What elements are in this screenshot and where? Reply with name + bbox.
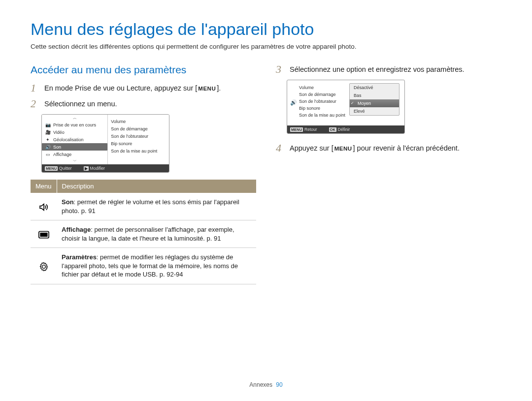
display-icon: ▭ [45, 152, 51, 157]
menu-item: 🎥Vidéo [42, 128, 107, 136]
step-text: En mode Prise de vue ou Lecture, appuyez… [44, 83, 221, 92]
sound-icon: 🔊 [290, 84, 297, 121]
footer-page-number: 90 [276, 381, 282, 388]
page-title: Menu des réglages de l'appareil photo [31, 20, 501, 39]
svg-rect-1 [40, 233, 47, 237]
step-1-post: ]. [217, 84, 221, 92]
submenu-item: Volume [111, 118, 166, 125]
step-4: 4 Appuyez sur [MENU] pour revenir à l'éc… [276, 143, 501, 154]
menu-item: 📷Prise de vue en cours [42, 121, 107, 128]
footer-hint-right: ▶Modifier [84, 166, 105, 171]
popup-option: Elevé [350, 107, 399, 115]
popup-option-label: Moyen [354, 101, 371, 106]
footer-hint-left: MENURetour [290, 127, 317, 132]
ok-key-icon: OK [329, 127, 336, 132]
menu-item-label: Vidéo [53, 130, 65, 135]
step-number: 3 [276, 64, 285, 75]
row-title: Affichage [62, 226, 91, 233]
menu-item-selected: 🔊Son [42, 143, 107, 151]
step-number: 2 [31, 98, 39, 109]
submenu-item: Bip sonore [111, 140, 166, 147]
table-header-menu: Menu [31, 180, 57, 193]
submenu-item: Son de la mise au point [111, 147, 166, 154]
menu-key: MENU [197, 85, 217, 92]
step-number: 4 [276, 143, 285, 154]
chevron-down-icon: ﹀ [42, 158, 107, 164]
footer-hint-text: Modifier [90, 166, 105, 171]
location-icon: ✦ [45, 137, 51, 142]
row-title: Paramètres [62, 253, 97, 261]
footer-hint-text: Définir [338, 127, 350, 132]
popup-option: Bas [350, 92, 399, 99]
step-1-pre: En mode Prise de vue ou Lecture, appuyez… [44, 84, 197, 92]
footer-hint-text: Quitter [59, 166, 72, 171]
menu-item-label: Son [53, 145, 61, 150]
camera-lcd-menu: ︿ 📷Prise de vue en cours 🎥Vidéo ✦Géoloca… [41, 114, 169, 173]
footer-hint-text: Retour [304, 127, 317, 132]
step-3: 3 Sélectionnez une option et enregistrez… [276, 64, 501, 75]
step-4-pre: Appuyez sur [ [290, 144, 333, 152]
step-2: 2 Sélectionnez un menu. [31, 98, 256, 109]
page-footer: Annexes 90 [0, 381, 532, 388]
popup-option-label: Elevé [354, 109, 365, 114]
menu-key-icon: MENU [290, 127, 303, 132]
menu-item-label: Géolocalisation [53, 137, 84, 142]
step-number: 1 [31, 83, 39, 93]
popup-option-selected: Moyen [350, 99, 399, 107]
menu-item: ▭Affichage [42, 151, 107, 158]
submenu-item: Son de l'obturateur [111, 132, 166, 140]
footer-hint-left: MENUQuitter [45, 166, 72, 171]
menu-key: MENU [333, 145, 353, 152]
step-text: Sélectionnez une option et enregistrez v… [290, 64, 465, 73]
popup-option-label: Bas [354, 93, 362, 98]
footer-hint-right: OKDéfinir [329, 127, 350, 132]
gear-icon [31, 248, 57, 284]
row-title: Son [62, 198, 74, 206]
popup-option: Désactivé [350, 84, 399, 92]
video-icon: 🎥 [45, 130, 51, 135]
table-header-description: Description [57, 180, 256, 193]
option-popup: Désactivé Bas Moyen Elevé [349, 83, 399, 116]
section-subtitle: Accéder au menu des paramètres [31, 64, 256, 76]
step-text: Sélectionnez un menu. [44, 98, 117, 108]
row-text: : permet de régler le volume et les sons… [62, 198, 239, 215]
chevron-up-icon: ︿ [42, 115, 107, 121]
table-row: Affichage: permet de personnaliser l'aff… [31, 220, 256, 248]
camera-lcd-option: 🔊 Volume Son de démarrage Son de l'obtur… [287, 80, 405, 134]
menu-item: ✦Géolocalisation [42, 136, 107, 143]
submenu-item: Son de démarrage [111, 125, 166, 132]
menu-key-icon: MENU [45, 166, 58, 171]
table-row: Son: permet de régler le volume et les s… [31, 193, 256, 220]
display-icon [31, 220, 57, 248]
popup-option-label: Désactivé [354, 85, 373, 90]
table-row: Paramètres: permet de modifier les régla… [31, 248, 256, 284]
step-text: Appuyez sur [MENU] pour revenir à l'écra… [290, 143, 460, 152]
intro-text: Cette section décrit les différentes opt… [31, 43, 501, 50]
menu-description-table: Menu Description Son: permet de régler l… [31, 180, 256, 284]
camera-icon: 📷 [45, 123, 51, 127]
step-4-post: ] pour revenir à l'écran précédent. [353, 144, 460, 152]
footer-section: Annexes [249, 381, 272, 388]
sound-icon: 🔊 [45, 145, 51, 150]
step-1: 1 En mode Prise de vue ou Lecture, appuy… [31, 83, 256, 93]
right-key-icon: ▶ [84, 166, 89, 171]
menu-item-label: Affichage [53, 152, 71, 157]
menu-item-label: Prise de vue en cours [53, 123, 96, 127]
sound-icon [31, 193, 57, 220]
